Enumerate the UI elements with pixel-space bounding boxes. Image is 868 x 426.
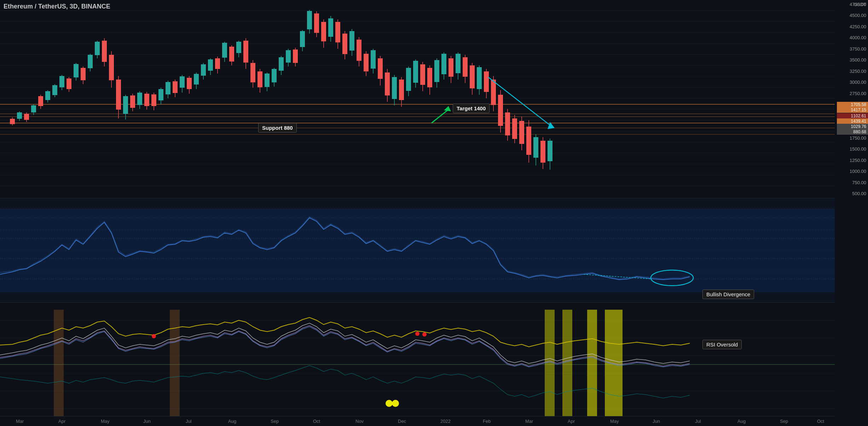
svg-rect-136: [406, 68, 411, 91]
svg-rect-80: [208, 59, 213, 71]
time-mar-2: Mar: [525, 419, 533, 424]
svg-point-209: [415, 332, 419, 336]
price-highlight-1102: 1102.61: [837, 113, 868, 119]
chart-container: Ethereum / TetherUS, 3D, BINANCE: [0, 0, 868, 426]
support-880-label: Support 880: [258, 123, 297, 133]
time-oct-2: Oct: [817, 419, 824, 424]
svg-rect-112: [321, 22, 326, 41]
svg-rect-144: [434, 60, 439, 82]
svg-rect-48: [95, 42, 100, 55]
time-aug-2: Aug: [737, 419, 746, 424]
rsi-oversold-label: RSI Oversold: [702, 340, 742, 349]
svg-rect-170: [526, 127, 531, 155]
time-apr-2: Apr: [568, 419, 575, 424]
svg-rect-204: [545, 310, 555, 419]
svg-marker-180: [444, 106, 451, 111]
svg-rect-32: [38, 96, 43, 106]
bottom-chart: RSI Oversold: [0, 302, 835, 426]
svg-rect-98: [272, 69, 277, 82]
rsi-chart: Bullish Divergence: [0, 198, 835, 302]
svg-rect-84: [222, 43, 227, 58]
svg-rect-203: [170, 310, 180, 419]
svg-rect-52: [109, 55, 114, 80]
candle-group: [10, 10, 555, 170]
svg-rect-40: [66, 78, 71, 89]
bullish-divergence-label: Bullish Divergence: [702, 290, 754, 299]
svg-rect-134: [399, 80, 404, 100]
svg-point-212: [392, 400, 399, 407]
price-1750: 1750.00: [838, 135, 866, 141]
price-1250: 1250.00: [838, 158, 866, 163]
svg-rect-68: [166, 82, 170, 94]
svg-rect-110: [314, 13, 319, 33]
time-nov-1: Nov: [355, 419, 364, 424]
svg-rect-104: [293, 49, 298, 63]
svg-rect-74: [187, 78, 192, 89]
price-3250: 3250.00: [838, 69, 866, 74]
svg-rect-86: [229, 47, 234, 62]
svg-rect-142: [427, 68, 432, 87]
svg-rect-58: [130, 95, 135, 108]
svg-rect-154: [470, 65, 475, 88]
target-1400-label: Target 1400: [453, 104, 490, 113]
time-dec-1: Dec: [398, 419, 406, 424]
svg-rect-96: [265, 74, 270, 87]
svg-rect-124: [364, 54, 369, 71]
price-500: 500.00: [838, 191, 866, 196]
svg-rect-78: [201, 64, 206, 76]
svg-rect-26: [17, 112, 22, 119]
svg-rect-166: [512, 118, 517, 139]
svg-rect-156: [477, 67, 482, 89]
svg-rect-70: [173, 81, 178, 93]
svg-rect-181: [0, 209, 835, 292]
time-jun-2: Jun: [653, 419, 660, 424]
time-axis: Mar Apr May Jun Jul Aug Sep Oct Nov Dec …: [0, 416, 835, 426]
svg-rect-150: [456, 54, 461, 73]
svg-rect-102: [286, 50, 291, 63]
svg-rect-128: [378, 58, 383, 79]
time-apr-1: Apr: [58, 419, 65, 424]
price-highlight-1417: 1417.15: [837, 107, 868, 113]
svg-rect-168: [519, 121, 524, 144]
svg-point-211: [386, 400, 393, 407]
price-3750: 3750.00: [838, 46, 866, 52]
svg-rect-36: [52, 85, 57, 95]
price-2750: 2750.00: [838, 91, 866, 96]
svg-rect-174: [540, 141, 545, 163]
svg-rect-106: [300, 31, 305, 47]
price-1500: 1500.00: [838, 146, 866, 152]
svg-line-177: [488, 77, 552, 127]
time-oct-1: Oct: [313, 419, 320, 424]
svg-rect-24: [10, 119, 15, 124]
svg-rect-60: [137, 93, 142, 105]
svg-rect-88: [236, 42, 241, 53]
svg-line-179: [432, 109, 449, 123]
svg-point-210: [422, 332, 427, 337]
svg-rect-164: [505, 112, 510, 135]
svg-rect-100: [279, 57, 284, 71]
svg-rect-64: [151, 94, 156, 106]
price-axis: 4750.00 4500.00 4250.00 4000.00 3750.00 …: [836, 0, 868, 198]
svg-rect-66: [158, 89, 163, 100]
svg-point-208: [152, 334, 156, 338]
usdt-label: USDT: [854, 2, 866, 7]
svg-rect-148: [449, 58, 453, 77]
svg-rect-158: [484, 71, 489, 92]
bottom-svg: [0, 303, 835, 426]
svg-rect-140: [420, 64, 425, 85]
svg-rect-138: [413, 61, 418, 83]
price-highlight-1029: 1029.76: [837, 124, 868, 129]
svg-rect-146: [441, 54, 446, 74]
svg-rect-34: [45, 91, 50, 100]
svg-rect-176: [548, 141, 552, 161]
svg-rect-202: [54, 310, 64, 419]
time-jul-1: Jul: [186, 419, 192, 424]
svg-rect-42: [74, 64, 79, 77]
chart-header: Ethereum / TetherUS, 3D, BINANCE: [4, 3, 110, 10]
time-may-1: May: [101, 419, 110, 424]
svg-rect-92: [250, 63, 255, 82]
svg-rect-114: [328, 18, 333, 37]
svg-rect-118: [342, 34, 347, 54]
svg-rect-56: [123, 96, 128, 114]
rsi-svg: [0, 198, 835, 302]
